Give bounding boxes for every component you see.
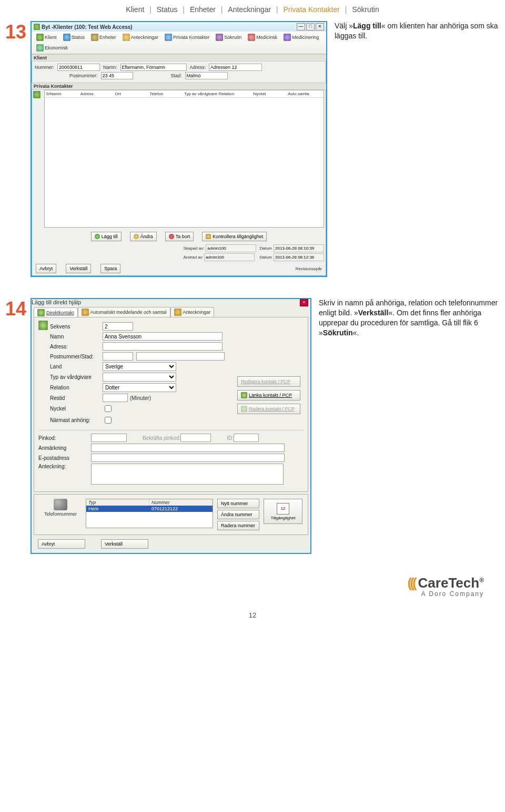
tillganglighet-button[interactable]: Tillgänglighet bbox=[264, 499, 302, 524]
dialog-bottom-bar: Avbryt Verkställ bbox=[32, 537, 310, 553]
pinkod-label: Pinkod: bbox=[38, 435, 91, 441]
tab-anteckningar[interactable]: Anteckningar bbox=[170, 307, 215, 317]
dialog-tabs: Direktkontakt Automatiskt meddelande och… bbox=[32, 305, 310, 317]
epost-input[interactable] bbox=[91, 454, 285, 462]
postnr-input[interactable] bbox=[101, 72, 133, 79]
close-button[interactable]: × bbox=[316, 23, 324, 30]
relation-select[interactable]: Dotter bbox=[103, 383, 176, 392]
restid-unit: (Minuter) bbox=[130, 395, 151, 401]
logo-brand: CareTech bbox=[418, 575, 480, 591]
pinkod-input[interactable] bbox=[91, 434, 127, 442]
step-14-explanation: Skriv in namn på anhöriga, relation och … bbox=[319, 298, 500, 338]
logo-arcs-icon: ((( bbox=[408, 575, 415, 591]
step-13-number: 13 bbox=[5, 21, 26, 43]
lanka-pcp-button[interactable]: Länka kontakt / PCP bbox=[237, 390, 300, 400]
dialog-titlebar: Lägg till direkt hjälp × bbox=[32, 299, 310, 305]
contacts-button-bar: Lägg till Ändra Ta bort Kontrollera till… bbox=[32, 230, 326, 243]
person-small-icon bbox=[241, 392, 247, 398]
adress-input[interactable] bbox=[209, 64, 262, 71]
radera-nummer-button[interactable]: Radera nummer bbox=[217, 521, 259, 530]
window-title: Byt -Klienter (100: Test Web Access) bbox=[42, 24, 133, 30]
toolbar-item-anteckningar[interactable]: Anteckningar bbox=[120, 33, 161, 42]
breadcrumb-item: Privata Kontakter bbox=[282, 5, 341, 14]
speaker-icon bbox=[82, 309, 89, 316]
namn-input[interactable] bbox=[103, 332, 223, 341]
dialog-close-button[interactable]: × bbox=[300, 299, 308, 306]
dialog-avbryt-button[interactable]: Avbryt bbox=[38, 539, 85, 549]
breadcrumb: Klient | Status | Enheter | Anteckningar… bbox=[0, 0, 505, 16]
min-button[interactable]: — bbox=[297, 23, 305, 30]
lagg-till-button[interactable]: Lägg till bbox=[91, 232, 122, 241]
narmast-label: Närmast anhörig: bbox=[50, 417, 103, 423]
toolbar-item-ekonomisk[interactable]: Ekonomisk bbox=[34, 43, 70, 53]
contacts-col: Auto.samta bbox=[288, 91, 322, 96]
andrad-datum-label: Datum bbox=[259, 255, 272, 260]
andra-nummer-button[interactable]: Ändra nummer bbox=[217, 510, 259, 519]
toolbar-item-medicinsk[interactable]: Medicinsk bbox=[245, 33, 280, 42]
land-select[interactable]: Sverige bbox=[103, 362, 176, 371]
verkstall-button[interactable]: Verkställ bbox=[66, 264, 91, 273]
adress-label: Adress: bbox=[50, 344, 103, 350]
postnr-label: Postnummer: bbox=[69, 73, 98, 78]
andrad-datum-value bbox=[274, 253, 324, 261]
phone-icon bbox=[54, 499, 67, 510]
typ-select[interactable] bbox=[103, 373, 176, 382]
econ-icon bbox=[36, 44, 44, 52]
stad-input[interactable] bbox=[136, 352, 225, 361]
toolbar-item-enheter[interactable]: Enheter bbox=[88, 33, 119, 42]
id-input[interactable] bbox=[234, 434, 259, 442]
restid-input[interactable] bbox=[103, 394, 128, 402]
anmarkning-input[interactable] bbox=[91, 444, 285, 452]
window-klienter: Byt -Klienter (100: Test Web Access) — □… bbox=[31, 21, 327, 277]
stad-label: Stad: bbox=[171, 73, 182, 78]
phone-list[interactable]: Typ Nummer Hem 0701212122 bbox=[86, 499, 213, 528]
spara-button[interactable]: Spara bbox=[100, 264, 120, 273]
tab-direktkontakt[interactable]: Direktkontakt bbox=[34, 307, 78, 317]
anteckning-input[interactable] bbox=[91, 464, 284, 485]
anmarkning-label: Anmärkning bbox=[38, 445, 91, 451]
toolbar-item-privata-kontakter[interactable]: Privata Kontakter bbox=[162, 33, 212, 42]
phone-row[interactable]: Hem 0701212122 bbox=[86, 506, 213, 512]
epost-label: E-postadress bbox=[38, 455, 91, 461]
andra-button[interactable]: Ändra bbox=[130, 232, 157, 241]
ta-bort-button[interactable]: Ta bort bbox=[165, 232, 194, 241]
narmast-checkbox[interactable] bbox=[105, 417, 112, 424]
nytt-nummer-button[interactable]: Nytt nummer bbox=[217, 499, 259, 508]
contacts-col: Relation bbox=[219, 91, 254, 96]
redigera-pcp-button[interactable]: Redigera kontakt / PCP bbox=[237, 376, 300, 387]
phone-label: Telefonnummer bbox=[44, 511, 77, 517]
breadcrumb-sep: | bbox=[341, 5, 350, 14]
restid-label: Restid bbox=[50, 395, 103, 401]
kontrollera-button[interactable]: Kontrollera tillgänglighet bbox=[202, 232, 267, 241]
tab-auto[interactable]: Automatiskt meddelande och samtal bbox=[78, 307, 170, 317]
toolbar-item-label: Status bbox=[72, 35, 85, 40]
namn-label: Namn: bbox=[103, 65, 117, 70]
dialog-verkstall-button[interactable]: Verkställ bbox=[101, 539, 148, 549]
step-13-row: 13 Byt -Klienter (100: Test Web Access) … bbox=[5, 21, 500, 277]
toolbar-item-label: Medicinering bbox=[292, 35, 319, 40]
contacts-list[interactable]: SrNamnAdressOrtTelefonTyp av vårdgivareR… bbox=[44, 90, 324, 228]
adress-input[interactable] bbox=[103, 342, 223, 351]
toolbar-item-label: Anteckningar bbox=[131, 35, 159, 40]
stad-input[interactable] bbox=[185, 72, 228, 79]
dialog-title: Lägg till direkt hjälp bbox=[32, 299, 81, 305]
radera-pcp-button[interactable]: Radera kontakt / PCP bbox=[237, 404, 300, 414]
person-icon bbox=[37, 309, 45, 316]
namn-input[interactable] bbox=[120, 64, 187, 71]
contacts-col: Adress bbox=[80, 91, 115, 96]
toolbar-item-medicinering[interactable]: Medicinering bbox=[281, 33, 321, 42]
nummer-input[interactable] bbox=[57, 64, 100, 71]
postnr-input[interactable] bbox=[103, 352, 133, 361]
logo: ((( CareTech® bbox=[408, 575, 484, 591]
toolbar-item-status[interactable]: Status bbox=[60, 33, 88, 42]
bekrafta-input[interactable] bbox=[180, 434, 211, 442]
breadcrumb-item: Status bbox=[155, 5, 179, 14]
sekvens-input[interactable] bbox=[103, 322, 133, 331]
toolbar-item-sökrutin[interactable]: Sökrutin bbox=[213, 33, 244, 42]
phone-buttons: Nytt nummer Ändra nummer Radera nummer bbox=[217, 499, 259, 530]
max-button[interactable]: □ bbox=[306, 23, 315, 30]
toolbar-item-klient[interactable]: Klient bbox=[34, 33, 59, 42]
avbryt-button[interactable]: Avbryt bbox=[36, 264, 56, 273]
toolbar-item-label: Enheter bbox=[99, 35, 116, 40]
nyckel-checkbox[interactable] bbox=[105, 405, 112, 412]
